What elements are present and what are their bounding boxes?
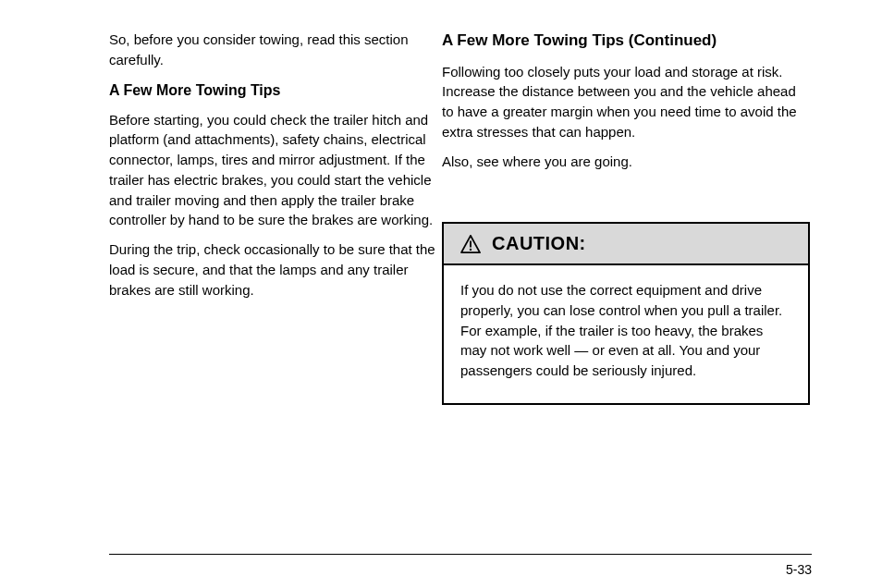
- caution-label: CAUTION:: [492, 233, 586, 254]
- footer-rule: [109, 554, 812, 555]
- alert-icon: [460, 235, 481, 253]
- right-column: A Few More Towing Tips (Continued) Follo…: [442, 30, 810, 180]
- topic-heading: A Few More Towing Tips: [109, 80, 442, 101]
- left-p1: So, before you consider towing, read thi…: [109, 30, 442, 70]
- right-p1: Following too closely puts your load and…: [442, 62, 810, 142]
- caution-body: If you do not use the correct equipment …: [444, 265, 808, 403]
- left-column: So, before you consider towing, read thi…: [109, 30, 442, 309]
- left-p3: During the trip, check occasionally to b…: [109, 239, 442, 300]
- svg-point-2: [470, 248, 472, 250]
- continue-heading: A Few More Towing Tips (Continued): [442, 30, 810, 53]
- page-number: 5-33: [786, 562, 812, 577]
- right-p2: Also, see where you are going.: [442, 152, 810, 172]
- left-p2: Before starting, you could check the tra…: [109, 110, 442, 231]
- caution-box: CAUTION: If you do not use the correct e…: [442, 222, 810, 405]
- caution-header: CAUTION:: [444, 224, 808, 265]
